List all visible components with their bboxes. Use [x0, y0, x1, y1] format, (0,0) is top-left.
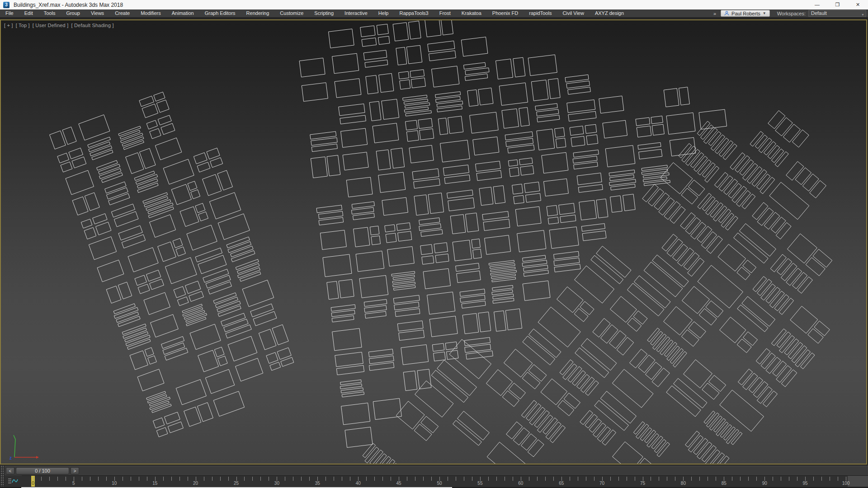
- menu-scripting[interactable]: Scripting: [309, 9, 339, 17]
- frame-label: 35: [315, 481, 320, 486]
- open-mini-curve-editor-button[interactable]: [5, 475, 22, 487]
- ruler-out-of-range-area: [848, 476, 868, 487]
- frame-tick: [326, 477, 326, 481]
- user-account-button[interactable]: Paul Roberts ▼: [721, 10, 770, 17]
- frame-tick: [228, 477, 229, 481]
- user-caret-icon: ▼: [763, 11, 766, 15]
- frame-label: 30: [274, 481, 279, 486]
- workspaces-caret-icon: ▼: [861, 12, 864, 18]
- frame-tick: [309, 477, 310, 481]
- frame-tick: [464, 477, 464, 481]
- frame-tick: [382, 477, 383, 481]
- viewport-label: [ + ] [ Top ] [ User Defined ] [ Default…: [4, 23, 114, 28]
- frame-tick: [98, 477, 99, 481]
- frame-tick: [545, 477, 546, 481]
- frame-tick: [789, 477, 789, 481]
- minimize-button[interactable]: —: [807, 0, 827, 9]
- menu-phoenix-fd[interactable]: Phoenix FD: [487, 9, 524, 17]
- menu-rappatools3[interactable]: RappaTools3: [394, 9, 434, 17]
- menu-graph-editors[interactable]: Graph Editors: [199, 9, 241, 17]
- frame-tick: [740, 477, 741, 481]
- frame-tick: [204, 477, 204, 481]
- viewport-top[interactable]: [ + ] [ Top ] [ User Defined ] [ Default…: [0, 19, 867, 465]
- menu-interactive[interactable]: Interactive: [339, 9, 373, 17]
- menu-overflow-chevron-icon[interactable]: »: [713, 11, 716, 16]
- viewport-menu-shading[interactable]: [ Default Shading ]: [71, 23, 113, 28]
- frame-tick: [66, 477, 66, 481]
- frame-tick: [683, 477, 684, 481]
- viewport-menu-lighting[interactable]: [ User Defined ]: [33, 23, 69, 28]
- viewport-canvas-wireframe-city[interactable]: [1, 20, 866, 464]
- frame-label: 95: [803, 481, 808, 486]
- menu-customize[interactable]: Customize: [274, 9, 309, 17]
- frame-tick: [212, 477, 212, 481]
- frame-tick: [415, 477, 415, 481]
- frame-tick: [781, 477, 781, 481]
- title-bar: 3 Buildings_Xref.max - Autodesk 3ds Max …: [0, 0, 868, 9]
- workspaces-label: Workspaces:: [777, 11, 806, 16]
- track-bar-ruler[interactable]: 0510152025303540455055606570758085909510…: [22, 475, 868, 487]
- previous-frame-button[interactable]: <: [6, 467, 14, 474]
- viewport-menu-general[interactable]: [ + ]: [4, 23, 13, 28]
- frame-tick: [423, 477, 424, 481]
- frame-tick: [521, 477, 521, 481]
- frame-tick: [797, 477, 797, 481]
- frame-tick: [431, 477, 432, 481]
- frame-tick: [773, 477, 773, 481]
- frame-tick: [391, 477, 391, 481]
- frame-tick: [667, 477, 667, 481]
- frame-label: 80: [681, 481, 686, 486]
- menu-civil-view[interactable]: Civil View: [557, 9, 589, 17]
- viewport-menu-pov[interactable]: [ Top ]: [16, 23, 30, 28]
- menu-group[interactable]: Group: [61, 9, 85, 17]
- menu-krakatoa[interactable]: Krakatoa: [456, 9, 487, 17]
- menu-rendering[interactable]: Rendering: [241, 9, 275, 17]
- frame-tick: [561, 477, 562, 481]
- frame-tick: [350, 477, 350, 481]
- frame-tick: [578, 477, 578, 481]
- restore-button[interactable]: ❐: [827, 0, 848, 9]
- menu-tools[interactable]: Tools: [38, 9, 61, 17]
- menu-animation[interactable]: Animation: [166, 9, 199, 17]
- frame-tick: [472, 477, 472, 481]
- frame-tick: [285, 477, 285, 481]
- time-slider-button[interactable]: 0 / 100: [16, 467, 69, 474]
- frame-tick: [537, 477, 538, 481]
- frame-tick: [659, 477, 659, 481]
- person-icon: [724, 11, 729, 16]
- frame-tick: [838, 477, 838, 481]
- curve-editor-icon: [8, 478, 18, 484]
- frame-tick: [732, 477, 732, 481]
- frame-tick: [805, 477, 806, 481]
- frame-tick: [260, 477, 261, 481]
- frame-tick: [334, 477, 334, 481]
- frame-tick: [496, 477, 497, 481]
- frame-label: 85: [722, 481, 726, 486]
- next-frame-button[interactable]: >: [71, 467, 79, 474]
- x-axis-arrow-icon: [36, 456, 39, 459]
- frame-tick: [399, 477, 399, 481]
- menu-modifiers[interactable]: Modifiers: [135, 9, 166, 17]
- frame-tick: [269, 477, 269, 481]
- frame-tick: [131, 477, 131, 481]
- menu-edit[interactable]: Edit: [19, 9, 38, 17]
- frame-tick: [488, 477, 489, 481]
- menu-help[interactable]: Help: [373, 9, 394, 17]
- frame-tick: [708, 477, 708, 481]
- menu-frost[interactable]: Frost: [434, 9, 456, 17]
- frame-tick: [57, 477, 58, 481]
- menu-create[interactable]: Create: [109, 9, 135, 17]
- menu-file[interactable]: File: [0, 9, 19, 17]
- menu-axyz-design[interactable]: AXYZ design: [590, 9, 629, 17]
- frame-tick: [505, 477, 505, 481]
- timeline-drag-handle[interactable]: [0, 465, 4, 486]
- close-button[interactable]: ✕: [848, 0, 868, 9]
- frame-tick: [366, 477, 367, 481]
- frame-label: 55: [477, 481, 482, 486]
- menu-rapidtools[interactable]: rapidTools: [524, 9, 557, 17]
- frame-tick: [236, 477, 237, 481]
- world-axis-gizmo: z: [8, 432, 62, 461]
- workspaces-dropdown[interactable]: Default ▼: [808, 10, 866, 17]
- frame-label: 15: [152, 481, 157, 486]
- menu-views[interactable]: Views: [85, 9, 109, 17]
